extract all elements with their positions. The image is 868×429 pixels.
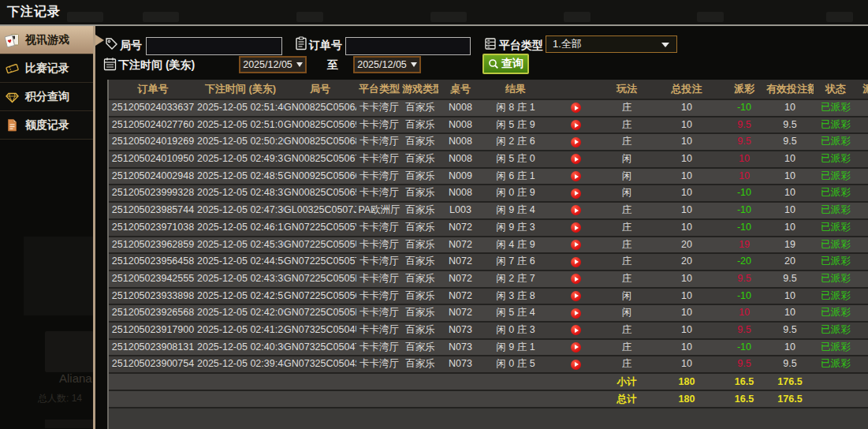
cell-game-type: 百家乐 — [402, 118, 438, 133]
sidebar-item-match-records[interactable]: 比赛记录 — [0, 54, 93, 83]
cell-round-id: GN00825C05068 — [284, 134, 356, 150]
replay-play-button[interactable] — [571, 360, 581, 370]
replay-play-button[interactable] — [571, 257, 581, 267]
cell-game-type: 百家乐 — [402, 323, 438, 338]
cell-result: 闲 8 庄 1 — [482, 100, 549, 116]
cell-payout: 10 — [722, 305, 766, 321]
column-header: 平台类型 — [356, 80, 402, 99]
date-from-picker[interactable]: 2025/12/05 — [239, 56, 307, 73]
cell-payout-time — [858, 169, 868, 185]
replay-play-button[interactable] — [571, 325, 581, 335]
cell-platform: 卡卡湾厅 — [356, 100, 402, 116]
cell-total-bet: 10 — [651, 169, 722, 185]
order-id-input[interactable] — [345, 37, 471, 55]
cell-game-type: 百家乐 — [402, 254, 438, 270]
cell-payout-time — [858, 185, 868, 201]
cell-order-id: 251205023917900 — [109, 323, 197, 338]
cell-payout-time — [858, 289, 868, 304]
cell-round-id: GN07225C0505Q — [284, 289, 356, 304]
table-row: 251205024010950 2025-12-05 02:49:37 GN00… — [109, 151, 868, 169]
cell-status: 已派彩 — [814, 254, 858, 270]
sidebar-item-points-query[interactable]: 积分查询 — [0, 83, 93, 111]
cell-bet-time: 2025-12-05 02:48:37 — [197, 185, 284, 201]
table-row: 251205023917900 2025-12-05 02:41:24 GN07… — [109, 323, 868, 340]
cell-table-no: N073 — [438, 323, 482, 338]
cell-game-type: 百家乐 — [402, 203, 438, 218]
cell-game-type: 百家乐 — [402, 271, 438, 287]
cell-total-bet: 10 — [651, 289, 722, 304]
cell-result: 闲 7 庄 6 — [482, 254, 549, 270]
cell-platform: 卡卡湾厅 — [356, 169, 402, 185]
replay-play-button[interactable] — [571, 222, 581, 233]
replay-play-button[interactable] — [571, 274, 581, 284]
query-button-label: 查询 — [501, 57, 523, 71]
replay-play-button[interactable] — [571, 205, 581, 215]
query-button[interactable]: 查询 — [482, 54, 529, 74]
cell-round-id: GN00825C05065 — [284, 185, 356, 201]
cell-bet-time: 2025-12-05 02:42:09 — [197, 305, 284, 321]
grand-total-valid: 176.5 — [766, 391, 814, 407]
tag-icon — [105, 37, 118, 50]
replay-play-button[interactable] — [571, 188, 581, 199]
sidebar-item-quota-records[interactable]: 额度记录 — [0, 111, 93, 140]
background-user-name: Aliana — [59, 371, 92, 385]
round-id-label: 局号 — [120, 39, 142, 53]
cell-payout: -10 — [722, 100, 766, 116]
cell-table-no: N072 — [438, 271, 482, 287]
cell-payout: 19 — [722, 237, 766, 253]
cell-game-type: 百家乐 — [402, 151, 438, 167]
column-header: 订单号 — [109, 80, 197, 99]
cell-bet-time: 2025-12-05 02:39:48 — [197, 356, 284, 372]
cell-valid-bet: 9.5 — [766, 323, 814, 338]
background-menu-item — [143, 12, 179, 22]
cell-total-bet: 10 — [651, 323, 722, 338]
cell-platform: 卡卡湾厅 — [356, 271, 402, 287]
cell-payout-time — [858, 323, 868, 338]
sidebar-item-label: 比赛记录 — [25, 62, 69, 76]
cell-result: 闲 9 庄 1 — [482, 340, 549, 356]
cell-payout: -10 — [722, 185, 766, 201]
column-header: 有效投注额 — [766, 80, 814, 99]
cell-result: 闲 5 庄 4 — [482, 305, 549, 321]
replay-play-button[interactable] — [571, 171, 581, 181]
platform-type-select[interactable]: 1.全部 — [546, 35, 677, 53]
background-menu-item — [430, 12, 467, 22]
cell-platform: 卡卡湾厅 — [356, 118, 402, 133]
cell-bet-type: 闲 — [602, 185, 651, 201]
background-avatar — [45, 331, 94, 372]
cell-result: 闲 4 庄 9 — [482, 237, 549, 253]
round-id-input[interactable] — [146, 37, 282, 55]
replay-play-button[interactable] — [571, 240, 581, 250]
cell-bet-type: 庄 — [602, 340, 651, 356]
cell-result: 闲 3 庄 8 — [482, 289, 549, 304]
replay-play-button[interactable] — [571, 342, 581, 353]
cell-round-id: GN07325C0504U — [284, 323, 356, 338]
platform-type-icon — [484, 37, 497, 50]
playing-cards-icon — [5, 33, 20, 47]
cell-status: 已派彩 — [814, 220, 858, 236]
replay-play-button[interactable] — [571, 154, 581, 164]
cell-table-no: N009 — [438, 169, 482, 185]
date-to-picker[interactable]: 2025/12/05 — [353, 56, 421, 73]
cell-status: 已派彩 — [814, 356, 858, 372]
cell-result: 闲 0 庄 9 — [482, 185, 549, 201]
cell-total-bet: 10 — [651, 340, 722, 356]
replay-play-button[interactable] — [571, 120, 581, 130]
cell-game-type: 百家乐 — [402, 289, 438, 304]
cell-game-type: 百家乐 — [402, 134, 438, 150]
cell-total-bet: 10 — [651, 134, 722, 150]
replay-play-button[interactable] — [571, 103, 581, 113]
replay-play-button[interactable] — [571, 137, 581, 147]
document-icon — [5, 118, 20, 132]
cell-total-bet: 10 — [651, 118, 722, 133]
to-label: 至 — [327, 58, 338, 73]
replay-play-button[interactable] — [571, 308, 581, 319]
cell-valid-bet: 9.5 — [766, 118, 814, 133]
sidebar-item-video-games[interactable]: 视讯游戏 — [0, 26, 93, 54]
cell-order-id: 251205024019269 — [109, 134, 197, 150]
cell-bet-time: 2025-12-05 02:46:13 — [197, 220, 284, 236]
cell-bet-type: 闲 — [602, 305, 651, 321]
table-row: 251205023971038 2025-12-05 02:46:13 GN07… — [109, 220, 868, 237]
cell-result: 闲 9 庄 4 — [482, 203, 549, 218]
replay-play-button[interactable] — [571, 291, 581, 301]
